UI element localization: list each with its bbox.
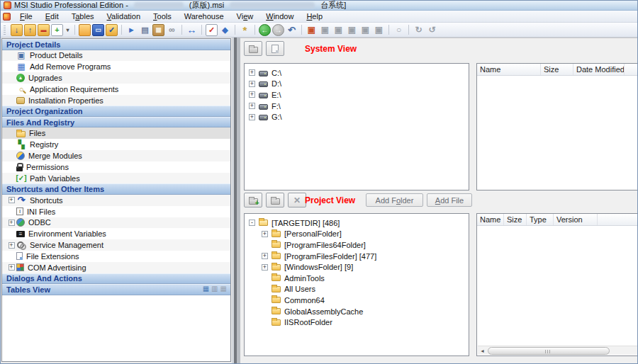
scroll-left-arrow[interactable]: ◄ — [478, 346, 487, 355]
sidebar-item-registry[interactable]: Registry — [2, 139, 230, 150]
add-file-button[interactable] — [266, 41, 284, 56]
tree-item-drive-g[interactable]: + G:\ — [246, 111, 467, 123]
menu-item[interactable]: View — [230, 11, 260, 21]
sidebar-item-files[interactable]: Files — [2, 127, 230, 139]
menu-item[interactable]: Tools — [147, 11, 178, 21]
sidebar-item-add-remove-programs[interactable]: Add Remove Programs — [2, 61, 230, 72]
expander-icon[interactable]: + — [9, 264, 15, 271]
tree-item-globalassemblycache[interactable]: GlobalAssemblyCache — [246, 306, 467, 317]
section-project-organization[interactable]: Project Organization — [2, 106, 230, 117]
tree-item-all-users[interactable]: All Users — [246, 284, 467, 295]
refresh-icon[interactable]: ↻ — [413, 24, 425, 36]
column-header[interactable]: Size — [504, 214, 527, 225]
section-dialogs-and-actions[interactable]: Dialogs And Actions — [2, 273, 230, 285]
sidebar-item-installation-properties[interactable]: Installation Properties — [2, 95, 230, 106]
sidebar-item-product-details[interactable]: Product Details — [2, 50, 230, 62]
sidebar-item-upgrades[interactable]: Upgrades — [2, 72, 230, 84]
section-project-details[interactable]: Project Details — [2, 39, 230, 50]
tree-item-programfilesfolder[interactable]: + [ProgramFilesFolder] [477] — [246, 251, 467, 262]
expander-icon[interactable]: + — [262, 231, 268, 237]
sidebar-item-ini-files[interactable]: INI Files — [2, 206, 230, 217]
sidebar-item-environment-variables[interactable]: Environment Variables — [2, 228, 230, 239]
document-icon[interactable] — [3, 13, 11, 21]
expander-icon[interactable]: + — [262, 253, 268, 259]
delete-button[interactable] — [288, 193, 306, 207]
build-icon[interactable]: ◆ — [219, 24, 231, 36]
expander-icon[interactable]: + — [249, 91, 255, 98]
undo-icon[interactable]: ↶ — [286, 24, 298, 36]
open-package-icon[interactable]: ▬ — [38, 24, 50, 36]
sync-arrows-icon[interactable]: ↔ — [186, 24, 198, 36]
new-file-icon[interactable]: + — [51, 24, 63, 36]
tree-item-iisrootfolder[interactable]: IISRootFolder — [246, 317, 467, 328]
tree-item-windowsfolder[interactable]: + [WindowsFolder] [9] — [246, 261, 467, 273]
add-folder-button[interactable] — [244, 41, 262, 56]
tree-item-admintools[interactable]: AdminTools — [246, 273, 467, 284]
column-header[interactable]: Type — [527, 214, 554, 225]
tree-item-common64[interactable]: Common64 — [246, 295, 467, 306]
tree-item-personalfolder[interactable]: + [PersonalFolder] — [246, 229, 467, 240]
sidebar-item-permissions[interactable]: Permissions — [2, 161, 230, 173]
menu-item[interactable]: Help — [300, 11, 329, 21]
expander-icon[interactable]: + — [262, 264, 268, 271]
expander-icon[interactable]: + — [249, 103, 255, 109]
column-header[interactable]: Name — [477, 64, 541, 75]
menu-item[interactable]: File — [13, 11, 39, 21]
deploy-gray-3-icon[interactable]: ▣ — [346, 24, 358, 36]
sidebar-item-path-variables[interactable]: Path Variables — [2, 173, 230, 184]
deploy-gray-2-icon[interactable]: ▣ — [332, 24, 345, 36]
menu-item[interactable]: Validation — [101, 11, 147, 21]
install-package-icon[interactable]: ↓ — [11, 24, 23, 36]
menu-item[interactable]: Warehouse — [178, 11, 230, 21]
menu-item[interactable]: Tables — [65, 11, 101, 21]
validate-icon[interactable]: ✓ — [206, 24, 218, 36]
section-tables-view[interactable]: Tables View — [2, 284, 230, 295]
copy-icon[interactable]: ▤ — [139, 24, 151, 36]
extract-package-icon[interactable]: ↑ — [24, 24, 36, 36]
menu-item[interactable]: Edit — [39, 11, 65, 21]
link-icon[interactable]: ∞ — [166, 24, 178, 36]
expander-icon[interactable]: + — [9, 197, 15, 203]
tree-item-drive-c[interactable]: + C:\ — [246, 67, 467, 79]
expander-icon[interactable]: - — [249, 220, 255, 226]
add-folder2-button[interactable] — [266, 193, 284, 207]
back-icon[interactable]: ← — [259, 24, 271, 36]
expander-icon[interactable]: + — [9, 242, 15, 249]
tree-item-programfiles64folder[interactable]: [ProgramFiles64Folder] — [246, 239, 467, 251]
deploy-gray-5-icon[interactable]: ▣ — [373, 24, 385, 36]
tree-item-drive-d[interactable]: + D:\ — [246, 79, 467, 90]
new-folder-button[interactable] — [244, 193, 262, 207]
table-edit-icon[interactable]: ▦ — [203, 285, 209, 292]
expander-icon[interactable]: + — [9, 220, 15, 226]
section-files-and-registry[interactable]: Files And Registry — [2, 117, 230, 128]
forward-icon[interactable]: → — [272, 24, 284, 36]
table-goto-icon[interactable]: ▥ — [211, 285, 218, 292]
add-folder-button[interactable]: Add Folder — [366, 193, 423, 207]
deploy-gray-4-icon[interactable]: ▣ — [359, 24, 371, 36]
sidebar-item-shortcuts[interactable]: + Shortcuts — [2, 195, 230, 206]
sidebar-item-com-advertising[interactable]: + COM Advertising — [2, 262, 230, 273]
sidebar-item-odbc[interactable]: + ODBC — [2, 217, 230, 229]
sidebar-item-application-requirements[interactable]: Application Requirements — [2, 84, 230, 95]
expander-icon[interactable]: + — [249, 114, 255, 120]
search-icon[interactable]: ○ — [393, 24, 405, 36]
add-file-button[interactable]: Add File — [427, 193, 472, 207]
save-icon[interactable]: ▭ — [92, 24, 104, 36]
table-grid-icon[interactable]: ▦ — [220, 285, 227, 292]
tree-item-drive-f[interactable]: + F:\ — [246, 101, 467, 112]
paste-icon[interactable]: ▦ — [152, 24, 164, 36]
scrollbar-thumb[interactable] — [488, 347, 610, 355]
expander-icon[interactable]: + — [249, 69, 255, 76]
menu-item[interactable]: Window — [259, 11, 300, 21]
deploy-red-icon[interactable]: ▣ — [306, 24, 318, 36]
new-file-dropdown-icon[interactable]: ▾ — [65, 24, 71, 36]
expander-icon[interactable]: + — [249, 81, 255, 87]
column-header[interactable]: Version — [554, 214, 598, 225]
move-file-icon[interactable]: ► — [125, 24, 138, 36]
deploy-gray-1-icon[interactable]: ▣ — [319, 24, 331, 36]
import-update-icon[interactable]: ✓ — [106, 24, 118, 36]
reload-icon[interactable]: ↺ — [426, 24, 438, 36]
column-header[interactable]: Size — [541, 64, 573, 75]
wizard-wand-icon[interactable]: * — [239, 24, 251, 36]
sidebar-item-file-extensions[interactable]: File Extensions — [2, 251, 230, 262]
